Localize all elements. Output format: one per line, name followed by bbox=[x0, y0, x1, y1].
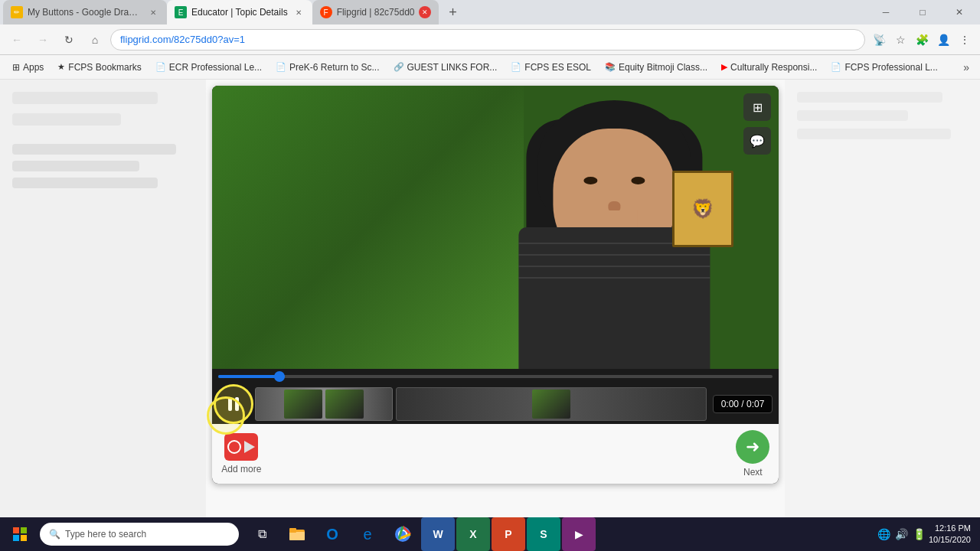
taskbar: 🔍 Type here to search ⧉ O e bbox=[0, 517, 980, 551]
next-label: Next bbox=[743, 467, 763, 478]
taskbar-stream[interactable]: ▶ bbox=[562, 517, 596, 551]
next-button[interactable]: ➜ bbox=[736, 430, 769, 464]
bookmark-fcps-bm-favicon: ★ bbox=[57, 62, 65, 72]
grid-icon: ⊞ bbox=[753, 100, 763, 115]
tab-flipgrid[interactable]: F Flipgrid | 82c75dd0 ✕ bbox=[312, 0, 439, 24]
bookmark-fcps-bm-label: FCPS Bookmarks bbox=[68, 62, 141, 73]
maximize-button[interactable]: □ bbox=[905, 0, 940, 24]
pause-bar-right bbox=[235, 397, 239, 411]
file-explorer-icon bbox=[288, 525, 306, 543]
network-icon[interactable]: 🌐 bbox=[877, 528, 890, 540]
profile-icon[interactable]: 👤 bbox=[934, 31, 952, 49]
progress-area[interactable] bbox=[212, 369, 779, 384]
taskbar-file-explorer[interactable] bbox=[280, 517, 314, 551]
tab-close-flipgrid[interactable]: ✕ bbox=[419, 6, 431, 18]
grid-view-button[interactable]: ⊞ bbox=[743, 93, 771, 121]
taskbar-sway[interactable]: S bbox=[527, 517, 560, 551]
video-container: 🦁 ⊞ 💬 bbox=[212, 86, 779, 484]
browser-window: ✏ My Buttons - Google Drawings ✕ E Educa… bbox=[0, 0, 980, 551]
timeline-clip-1[interactable] bbox=[255, 387, 393, 421]
pause-icon bbox=[228, 397, 239, 411]
bookmark-prek6-favicon: 📄 bbox=[276, 62, 286, 72]
svg-rect-3 bbox=[21, 535, 27, 541]
bookmark-fcps-pro-label: FCPS Professional L... bbox=[844, 62, 937, 73]
next-section: ➜ Next bbox=[736, 430, 769, 478]
timeline[interactable] bbox=[255, 387, 706, 421]
taskbar-edge[interactable]: e bbox=[351, 517, 384, 551]
pause-bar-left bbox=[228, 397, 232, 411]
home-button[interactable]: ⌂ bbox=[84, 29, 106, 51]
taskbar-word[interactable]: W bbox=[421, 517, 455, 551]
taskbar-outlook[interactable]: O bbox=[315, 517, 349, 551]
taskbar-chrome[interactable] bbox=[386, 517, 420, 551]
bookmark-apps[interactable]: ⊞ Apps bbox=[6, 60, 50, 75]
bookmark-guest[interactable]: 🔗 GUEST LINKS FOR... bbox=[387, 60, 504, 75]
record-button[interactable] bbox=[224, 433, 258, 461]
tab-educator[interactable]: E Educator | Topic Details ✕ bbox=[167, 0, 312, 24]
bookmarks-more-button[interactable]: » bbox=[959, 59, 974, 76]
back-button[interactable]: ← bbox=[6, 29, 28, 51]
taskbar-search[interactable]: 🔍 Type here to search bbox=[40, 523, 239, 546]
record-circle-icon bbox=[227, 440, 241, 454]
close-button[interactable]: ✕ bbox=[942, 0, 977, 24]
bookmark-culturally-label: Culturally Responsi... bbox=[730, 62, 817, 73]
tab-close-educator[interactable]: ✕ bbox=[292, 6, 305, 18]
address-input[interactable]: flipgrid.com/82c75dd0?av=1 bbox=[110, 29, 865, 51]
window-controls: ─ □ ✕ bbox=[868, 0, 977, 24]
forward-button[interactable]: → bbox=[32, 29, 54, 51]
next-arrow-icon: ➜ bbox=[746, 437, 760, 457]
system-clock[interactable]: 12:16 PM 10/15/2020 bbox=[929, 523, 971, 546]
bookmark-culturally[interactable]: ▶ Culturally Responsi... bbox=[715, 60, 823, 75]
video-frame: 🦁 ⊞ 💬 bbox=[212, 86, 779, 369]
reload-button[interactable]: ↻ bbox=[58, 29, 80, 51]
svg-rect-1 bbox=[21, 527, 27, 533]
bookmark-prek6[interactable]: 📄 PreK-6 Return to Sc... bbox=[270, 60, 385, 75]
svg-rect-6 bbox=[289, 528, 296, 533]
bookmark-fcps-es[interactable]: 📄 FCPS ES ESOL bbox=[505, 60, 597, 75]
bookmark-equity-label: Equity Bitmoji Class... bbox=[619, 62, 707, 73]
progress-thumb[interactable] bbox=[274, 371, 285, 382]
system-icons: 🌐 🔊 🔋 bbox=[877, 528, 926, 540]
start-button[interactable] bbox=[3, 517, 37, 551]
svg-rect-2 bbox=[13, 535, 19, 541]
taskbar-excel[interactable]: X bbox=[456, 517, 490, 551]
address-icons: 📡 ☆ 🧩 👤 ⋮ bbox=[870, 31, 974, 49]
cast-icon[interactable]: 📡 bbox=[870, 31, 888, 49]
taskbar-powerpoint[interactable]: P bbox=[492, 517, 525, 551]
bookmark-culturally-favicon: ▶ bbox=[721, 62, 727, 72]
bookmark-fcps-es-favicon: 📄 bbox=[511, 62, 521, 72]
svg-rect-0 bbox=[13, 527, 19, 533]
chat-button[interactable]: 💬 bbox=[743, 127, 771, 155]
volume-icon[interactable]: 🔊 bbox=[895, 528, 908, 540]
address-text: flipgrid.com/82c75dd0?av=1 bbox=[120, 34, 245, 45]
action-row: Add more ➜ Next bbox=[212, 424, 779, 484]
bookmark-equity[interactable]: 📚 Equity Bitmoji Class... bbox=[599, 60, 714, 75]
tab-favicon-educator: E bbox=[175, 6, 187, 18]
new-tab-button[interactable]: + bbox=[442, 2, 463, 23]
taskbar-task-view[interactable]: ⧉ bbox=[245, 517, 279, 551]
tab-drawings[interactable]: ✏ My Buttons - Google Drawings ✕ bbox=[3, 0, 167, 24]
battery-icon[interactable]: 🔋 bbox=[913, 528, 926, 540]
wall-frame: 🦁 bbox=[672, 171, 733, 247]
bookmark-fcps-bm[interactable]: ★ FCPS Bookmarks bbox=[51, 60, 147, 75]
taskbar-right: 🌐 🔊 🔋 12:16 PM 10/15/2020 bbox=[877, 523, 977, 546]
apps-icon: ⊞ bbox=[12, 62, 20, 73]
bookmark-ecr[interactable]: 📄 ECR Professional Le... bbox=[149, 60, 268, 75]
video-controls: 0:00 / 0:07 bbox=[212, 369, 779, 424]
record-triangle-icon bbox=[244, 441, 255, 453]
extension-icon[interactable]: 🧩 bbox=[913, 31, 931, 49]
settings-icon[interactable]: ⋮ bbox=[956, 31, 974, 49]
minimize-button[interactable]: ─ bbox=[868, 0, 903, 24]
progress-bar[interactable] bbox=[218, 375, 773, 378]
windows-logo-icon bbox=[13, 527, 27, 541]
bookmark-fcps-pro-favicon: 📄 bbox=[831, 62, 841, 72]
search-placeholder: Type here to search bbox=[65, 529, 146, 540]
bookmark-fcps-pro[interactable]: 📄 FCPS Professional L... bbox=[825, 60, 943, 75]
bookmark-guest-favicon: 🔗 bbox=[394, 62, 404, 72]
tab-close-drawings[interactable]: ✕ bbox=[147, 6, 159, 18]
tab-label-flipgrid: Flipgrid | 82c75dd0 bbox=[337, 7, 415, 18]
tab-label-educator: Educator | Topic Details bbox=[191, 7, 288, 18]
timeline-clip-2[interactable] bbox=[396, 387, 706, 421]
star-icon[interactable]: ☆ bbox=[891, 31, 910, 49]
controls-row: 0:00 / 0:07 bbox=[212, 384, 779, 424]
